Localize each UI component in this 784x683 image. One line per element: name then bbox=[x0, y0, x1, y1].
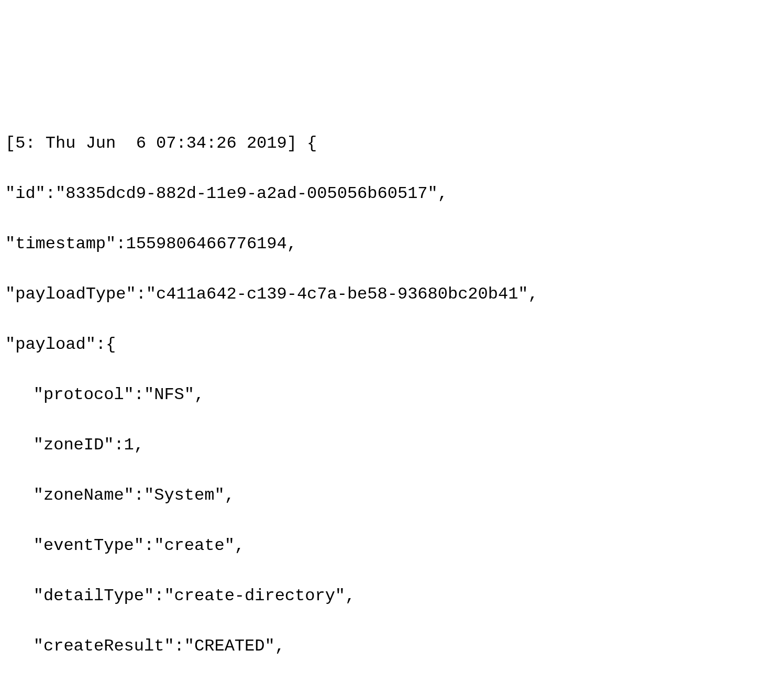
log-output: [5: Thu Jun 6 07:34:26 2019] { "id":"833… bbox=[5, 106, 779, 683]
log-zone-name: "zoneName":"System", bbox=[5, 483, 779, 508]
log-header: [5: Thu Jun 6 07:34:26 2019] { bbox=[5, 131, 779, 156]
log-id: "id":"8335dcd9-882d-11e9-a2ad-005056b605… bbox=[5, 181, 779, 206]
log-protocol: "protocol":"NFS", bbox=[5, 382, 779, 407]
log-create-result: "createResult":"CREATED", bbox=[5, 634, 779, 659]
log-payload-type: "payloadType":"c411a642-c139-4c7a-be58-9… bbox=[5, 282, 779, 307]
log-zone-id: "zoneID":1, bbox=[5, 433, 779, 458]
log-detail-type: "detailType":"create-directory", bbox=[5, 583, 779, 609]
log-payload-open: "payload":{ bbox=[5, 332, 779, 357]
log-event-type: "eventType":"create", bbox=[5, 533, 779, 558]
log-timestamp: "timestamp":1559806466776194, bbox=[5, 232, 779, 257]
